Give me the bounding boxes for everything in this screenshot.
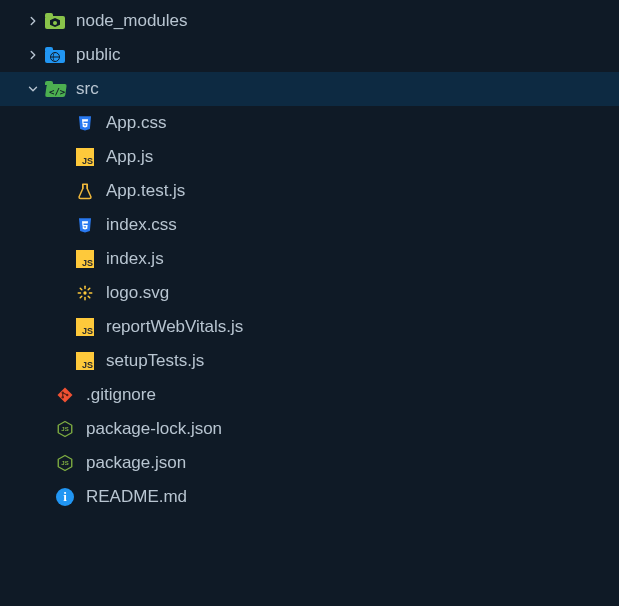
svg-rect-8: [79, 295, 83, 299]
tree-item-index-css[interactable]: index.css: [0, 208, 619, 242]
svg-rect-9: [79, 287, 83, 291]
tree-item-app-css[interactable]: App.css: [0, 106, 619, 140]
svg-rect-7: [87, 287, 91, 291]
tree-item-package-lock[interactable]: JSpackage-lock.json: [0, 412, 619, 446]
tree-item-label: .gitignore: [86, 385, 156, 405]
tree-item-label: setupTests.js: [106, 351, 204, 371]
git-icon: [54, 384, 76, 406]
folder-src: </>: [44, 78, 66, 100]
tree-item-label: reportWebVitals.js: [106, 317, 243, 337]
chevron-right-icon[interactable]: [22, 48, 44, 62]
file-explorer-tree: node_modulespublic</>srcApp.cssApp.jsApp…: [0, 4, 619, 514]
tree-item-app-test-js[interactable]: App.test.js: [0, 174, 619, 208]
js-icon: [74, 350, 96, 372]
js-icon: [74, 248, 96, 270]
js-icon: [74, 316, 96, 338]
tree-item-label: App.test.js: [106, 181, 185, 201]
svg-rect-5: [78, 292, 82, 294]
tree-item-index-js[interactable]: index.js: [0, 242, 619, 276]
tree-item-readme[interactable]: README.md: [0, 480, 619, 514]
tree-item-app-js[interactable]: App.js: [0, 140, 619, 174]
css-icon: [74, 112, 96, 134]
tree-item-label: App.css: [106, 113, 166, 133]
tree-item-label: index.js: [106, 249, 164, 269]
folder-node-modules: [44, 10, 66, 32]
tree-item-label: public: [76, 45, 120, 65]
info-icon: [54, 486, 76, 508]
svg-text:JS: JS: [61, 426, 68, 432]
tree-item-setup-tests[interactable]: setupTests.js: [0, 344, 619, 378]
test-icon: [74, 180, 96, 202]
tree-item-label: package.json: [86, 453, 186, 473]
svg-icon: [74, 282, 96, 304]
tree-item-label: App.js: [106, 147, 153, 167]
svg-point-2: [83, 291, 86, 294]
tree-item-node_modules[interactable]: node_modules: [0, 4, 619, 38]
chevron-down-icon[interactable]: [22, 82, 44, 96]
tree-item-logo-svg[interactable]: logo.svg: [0, 276, 619, 310]
nodejs-icon: JS: [54, 418, 76, 440]
svg-rect-6: [89, 292, 93, 294]
chevron-right-icon[interactable]: [22, 14, 44, 28]
tree-item-label: node_modules: [76, 11, 188, 31]
svg-rect-4: [84, 297, 86, 301]
svg-rect-3: [84, 286, 86, 290]
svg-rect-10: [87, 295, 91, 299]
tree-item-src[interactable]: </>src: [0, 72, 619, 106]
js-icon: [74, 146, 96, 168]
tree-item-public[interactable]: public: [0, 38, 619, 72]
svg-text:JS: JS: [61, 460, 68, 466]
tree-item-gitignore[interactable]: .gitignore: [0, 378, 619, 412]
tree-item-label: README.md: [86, 487, 187, 507]
css-icon: [74, 214, 96, 236]
tree-item-report-web-vitals[interactable]: reportWebVitals.js: [0, 310, 619, 344]
folder-public: [44, 44, 66, 66]
tree-item-label: src: [76, 79, 99, 99]
tree-item-label: index.css: [106, 215, 177, 235]
nodejs-icon: JS: [54, 452, 76, 474]
tree-item-label: logo.svg: [106, 283, 169, 303]
tree-item-package-json[interactable]: JSpackage.json: [0, 446, 619, 480]
tree-item-label: package-lock.json: [86, 419, 222, 439]
